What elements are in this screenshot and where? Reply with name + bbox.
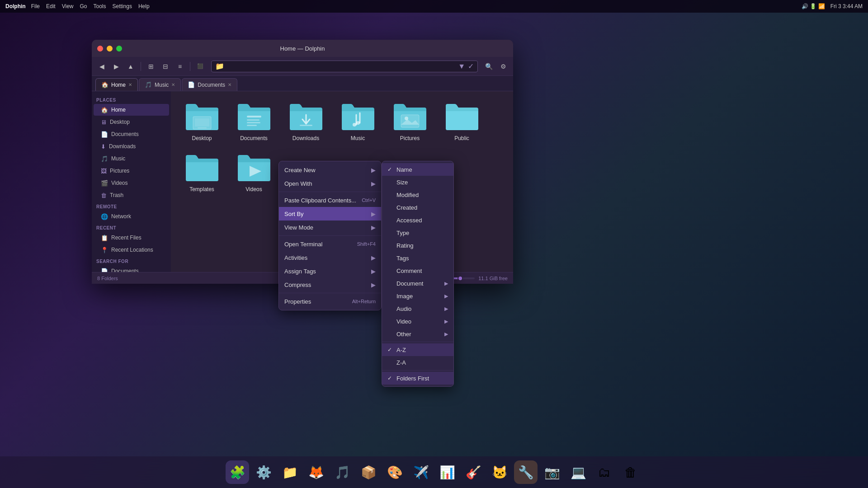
- sort-other[interactable]: Other ▶: [382, 328, 453, 340]
- sort-comment[interactable]: Comment: [382, 264, 453, 277]
- folder-documents[interactable]: Documents: [230, 99, 278, 145]
- more-button[interactable]: ⚙: [497, 60, 509, 73]
- tab-documents-icon: 📄: [188, 81, 195, 88]
- taskbar-trash[interactable]: 🗑: [619, 460, 642, 484]
- sidebar-item-desktop[interactable]: 🖥 Desktop: [94, 116, 169, 128]
- address-bar[interactable]: 📁 /home/linux/ ▼ ✓: [211, 61, 478, 72]
- sidebar-item-network[interactable]: 🌐 Network: [94, 211, 169, 222]
- sort-video[interactable]: Video ▶: [382, 315, 453, 328]
- menu-view[interactable]: View: [62, 3, 74, 9]
- ctx-activities[interactable]: Activities ▶: [279, 251, 381, 264]
- sidebar-item-trash[interactable]: 🗑 Trash: [94, 189, 169, 201]
- folder-pictures[interactable]: Pictures: [386, 99, 434, 145]
- taskbar-audio[interactable]: 🎵: [330, 460, 354, 484]
- sort-audio[interactable]: Audio ▶: [382, 302, 453, 315]
- ctx-paste[interactable]: Paste Clipboard Contents... Ctrl+V: [279, 193, 381, 207]
- topbar: Dolphin File Edit View Go Tools Settings…: [0, 0, 868, 13]
- ctx-compress[interactable]: Compress ▶: [279, 278, 381, 291]
- icon-view-button[interactable]: ⊞: [145, 60, 157, 73]
- sort-rating[interactable]: Rating: [382, 239, 453, 252]
- sidebar-item-documents[interactable]: 📄 Documents: [94, 128, 169, 140]
- sort-tags[interactable]: Tags: [382, 252, 453, 264]
- sidebar-item-videos[interactable]: 🎬 Videos: [94, 177, 169, 189]
- taskbar-cat[interactable]: 🐱: [488, 460, 511, 484]
- list-view-button[interactable]: ≡: [174, 60, 186, 73]
- compact-view-button[interactable]: ⊟: [159, 60, 172, 73]
- sort-document[interactable]: Document ▶: [382, 277, 453, 290]
- taskbar-style[interactable]: 🔧: [514, 460, 538, 484]
- tab-documents-close[interactable]: ✕: [228, 82, 231, 87]
- sort-type[interactable]: Type: [382, 226, 453, 239]
- sort-az[interactable]: ✓ A-Z: [382, 343, 453, 356]
- tab-music-label: Music: [155, 82, 169, 88]
- taskbar-app-drawer[interactable]: 🧩: [226, 460, 249, 484]
- taskbar-browser2[interactable]: ✈️: [409, 460, 433, 484]
- sort-size[interactable]: Size: [382, 176, 453, 188]
- taskbar-camera[interactable]: 📷: [540, 460, 564, 484]
- search-button[interactable]: 🔍: [482, 60, 495, 73]
- ctx-sort-by[interactable]: Sort By ▶: [279, 207, 381, 221]
- taskbar-files2[interactable]: 🗂: [593, 460, 616, 484]
- tab-home-close[interactable]: ✕: [128, 82, 132, 87]
- menu-edit[interactable]: Edit: [46, 3, 56, 9]
- sidebar-item-home[interactable]: 🏠 Home: [94, 104, 169, 116]
- taskbar-files[interactable]: 📁: [278, 460, 302, 484]
- sort-image[interactable]: Image ▶: [382, 290, 453, 302]
- sidebar-item-downloads[interactable]: ⬇ Downloads: [94, 141, 169, 152]
- sort-created[interactable]: Created: [382, 201, 453, 214]
- sidebar-item-recent-locations[interactable]: 📍 Recent Locations: [94, 244, 169, 256]
- sort-za[interactable]: Z-A: [382, 356, 453, 369]
- pictures-icon: 🖼: [101, 168, 107, 174]
- taskbar-spreadsheet[interactable]: 📊: [435, 460, 459, 484]
- toolbar: ◀ ▶ ▲ ⊞ ⊟ ≡ ⬛ 📁 /home/linux/ ▼ ✓ 🔍 ⚙: [92, 57, 513, 76]
- up-button[interactable]: ▲: [124, 60, 137, 73]
- sort-accessed[interactable]: Accessed: [382, 214, 453, 226]
- sidebar-item-music[interactable]: 🎵 Music: [94, 153, 169, 164]
- ctx-view-mode[interactable]: View Mode ▶: [279, 221, 381, 234]
- sort-modified[interactable]: Modified: [382, 188, 453, 201]
- taskbar-guitar[interactable]: 🎸: [462, 460, 485, 484]
- forward-button[interactable]: ▶: [110, 60, 123, 73]
- menu-file[interactable]: File: [31, 3, 40, 9]
- sort-folders-first[interactable]: ✓ Folders First: [382, 372, 453, 385]
- folder-music[interactable]: Music: [334, 99, 382, 145]
- folder-videos[interactable]: Videos: [230, 150, 278, 196]
- split-view-button[interactable]: ⬛: [194, 60, 207, 73]
- menu-tools[interactable]: Tools: [94, 3, 106, 9]
- maximize-button[interactable]: [116, 46, 122, 52]
- taskbar-firefox[interactable]: 🦊: [304, 460, 328, 484]
- taskbar-settings[interactable]: ⚙️: [252, 460, 275, 484]
- ctx-assign-tags[interactable]: Assign Tags ▶: [279, 264, 381, 278]
- folder-templates[interactable]: Templates: [178, 150, 226, 196]
- clock: Fri 3 3:44 AM: [830, 3, 863, 9]
- address-down-icon[interactable]: ▼: [458, 62, 465, 70]
- taskbar-discover[interactable]: 📦: [357, 460, 380, 484]
- taskbar-color[interactable]: 🎨: [383, 460, 406, 484]
- ctx-open-terminal[interactable]: Open Terminal Shift+F4: [279, 237, 381, 251]
- sidebar-search-documents[interactable]: 📄 Documents: [94, 265, 169, 272]
- back-button[interactable]: ◀: [95, 60, 108, 73]
- ctx-properties[interactable]: Properties Alt+Return: [279, 295, 381, 308]
- folder-downloads[interactable]: Downloads: [282, 99, 330, 145]
- minimize-button[interactable]: [107, 46, 113, 52]
- tab-documents[interactable]: 📄 Documents ✕: [182, 78, 237, 91]
- folder-desktop[interactable]: Desktop: [178, 99, 226, 145]
- tab-music[interactable]: 🎵 Music ✕: [139, 78, 181, 91]
- sidebar-item-recent-files[interactable]: 📋 Recent Files: [94, 232, 169, 244]
- places-section-label: Places: [92, 95, 171, 103]
- address-check-icon[interactable]: ✓: [468, 62, 474, 70]
- menu-help[interactable]: Help: [138, 3, 150, 9]
- address-input[interactable]: /home/linux/: [227, 63, 455, 70]
- close-button[interactable]: [97, 46, 103, 52]
- folder-public[interactable]: Public: [438, 99, 486, 145]
- sidebar-item-pictures[interactable]: 🖼 Pictures: [94, 165, 169, 177]
- sort-name[interactable]: ✓ Name: [382, 163, 453, 176]
- tab-home[interactable]: 🏠 Home ✕: [95, 78, 138, 91]
- menu-go[interactable]: Go: [80, 3, 87, 9]
- menu-settings[interactable]: Settings: [113, 3, 132, 9]
- svg-rect-4: [247, 119, 259, 121]
- ctx-create-new[interactable]: Create New ▶: [279, 163, 381, 177]
- ctx-open-with[interactable]: Open With ▶: [279, 177, 381, 190]
- tab-music-close[interactable]: ✕: [171, 82, 175, 87]
- taskbar-terminal[interactable]: 💻: [566, 460, 590, 484]
